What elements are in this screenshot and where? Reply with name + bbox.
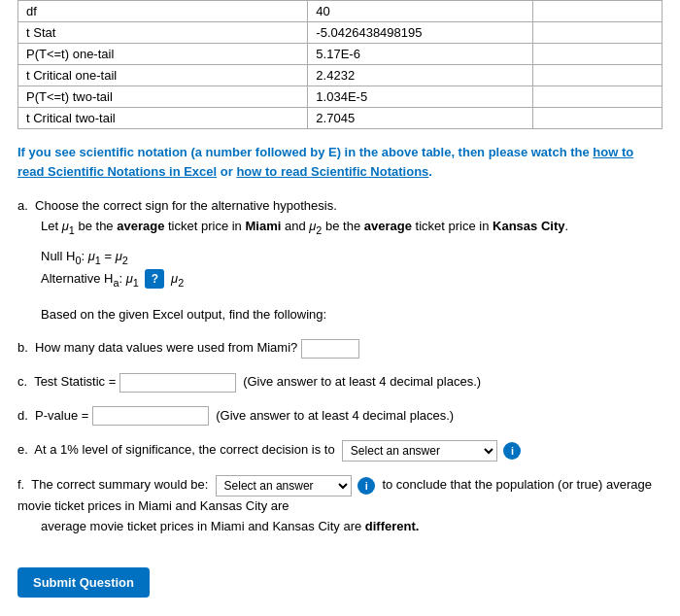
question-e-label: e. <box>17 442 28 457</box>
question-f-label: f. <box>17 477 24 492</box>
question-f-info-button[interactable]: i <box>357 477 375 495</box>
notice-period: . <box>428 164 432 179</box>
question-a-let: Let μ1 be the average ticket price in Mi… <box>17 217 663 239</box>
question-f-text-pre: The correct summary would be: <box>31 477 208 492</box>
table-cell-label: t Critical one-tail <box>18 65 308 86</box>
question-a-label: a. <box>17 198 28 213</box>
table-row: P(T<=t) one-tail5.17E-6 <box>18 44 663 65</box>
question-d-label: d. <box>17 408 28 423</box>
notice-connector: or <box>217 164 236 179</box>
question-b: b. How many data values were used from M… <box>17 338 663 359</box>
alt-hyp-row: Alternative Ha: μ1 ? μ2 <box>17 269 663 291</box>
notice-prefix: If you see scientific notation (a number… <box>17 145 593 159</box>
question-f-bold: average movie ticket prices in Miami and… <box>17 519 419 533</box>
table-cell-value: 2.7045 <box>308 108 533 129</box>
null-hyp-row: Null H0: μ1 = μ2 <box>17 247 663 269</box>
based-on-text: Based on the given Excel output, find th… <box>17 305 663 325</box>
table-cell-label: t Stat <box>18 22 308 44</box>
question-f-select[interactable]: Select an answer There is sufficient evi… <box>216 475 352 496</box>
header-col2: 40 <box>308 1 533 22</box>
question-a-header: a. Choose the correct sign for the alter… <box>17 196 663 217</box>
table-cell-value: 1.034E-5 <box>308 86 533 108</box>
notice-link2[interactable]: how to read Scientific Notations <box>236 164 428 179</box>
question-c-hint: (Give answer to at least 4 decimal place… <box>243 374 481 389</box>
table-header-row: df 40 <box>18 1 663 22</box>
table-cell-extra <box>533 108 663 129</box>
alt-hyp-label: Alternative Ha: μ1 <box>41 271 139 286</box>
table-row: t Stat-5.0426438498195 <box>18 22 663 44</box>
header-col3 <box>533 1 663 22</box>
question-b-text: How many data values were used from Miam… <box>35 340 297 355</box>
table-row: t Critical two-tail2.7045 <box>18 108 663 129</box>
table-cell-extra <box>533 44 663 65</box>
question-d-hint: (Give answer to at least 4 decimal place… <box>216 408 454 423</box>
question-e: e. At a 1% level of significance, the co… <box>17 440 663 462</box>
question-a-text: Choose the correct sign for the alternat… <box>35 198 337 213</box>
table-cell-label: P(T<=t) one-tail <box>18 44 308 65</box>
question-a: a. Choose the correct sign for the alter… <box>17 196 663 291</box>
header-col1: df <box>18 1 308 22</box>
table-cell-label: t Critical two-tail <box>18 108 308 129</box>
null-hyp-text: Null H0: μ1 = μ2 <box>41 249 128 263</box>
question-e-info-button[interactable]: i <box>503 442 521 460</box>
based-text-label: Based on the given Excel output, find th… <box>41 307 326 322</box>
question-b-input[interactable] <box>301 339 359 359</box>
hyp-question-button[interactable]: ? <box>145 269 164 289</box>
question-e-select[interactable]: Select an answer Reject H0 Fail to Rejec… <box>342 440 497 462</box>
notice-text: If you see scientific notation (a number… <box>17 143 663 181</box>
table-cell-extra <box>533 65 663 86</box>
question-f: f. The correct summary would be: Select … <box>17 475 663 537</box>
table-cell-extra <box>533 86 663 108</box>
question-c: c. Test Statistic = (Give answer to at l… <box>17 372 663 393</box>
table-cell-label: P(T<=t) two-tail <box>18 86 308 108</box>
table-cell-value: 2.4232 <box>308 65 533 86</box>
question-e-text: At a 1% level of significance, the corre… <box>34 442 334 457</box>
table-row: t Critical one-tail2.4232 <box>18 65 663 86</box>
question-c-input[interactable] <box>119 373 236 393</box>
stats-table: df 40 t Stat-5.0426438498195P(T<=t) one-… <box>17 0 663 129</box>
alt-hyp-mu2: μ2 <box>171 271 184 286</box>
question-c-label: c. <box>17 374 27 389</box>
let-text: Let μ1 be the average ticket price in Mi… <box>41 219 568 233</box>
question-c-text: Test Statistic = <box>34 374 116 389</box>
question-b-label: b. <box>17 340 28 355</box>
table-cell-extra <box>533 22 663 44</box>
table-cell-value: -5.0426438498195 <box>308 22 533 44</box>
submit-button[interactable]: Submit Question <box>17 567 150 598</box>
question-d: d. P-value = (Give answer to at least 4 … <box>17 406 663 427</box>
table-cell-value: 5.17E-6 <box>308 44 533 65</box>
question-d-text: P-value = <box>35 408 88 423</box>
question-d-input[interactable] <box>92 406 209 426</box>
table-row: P(T<=t) two-tail1.034E-5 <box>18 86 663 108</box>
